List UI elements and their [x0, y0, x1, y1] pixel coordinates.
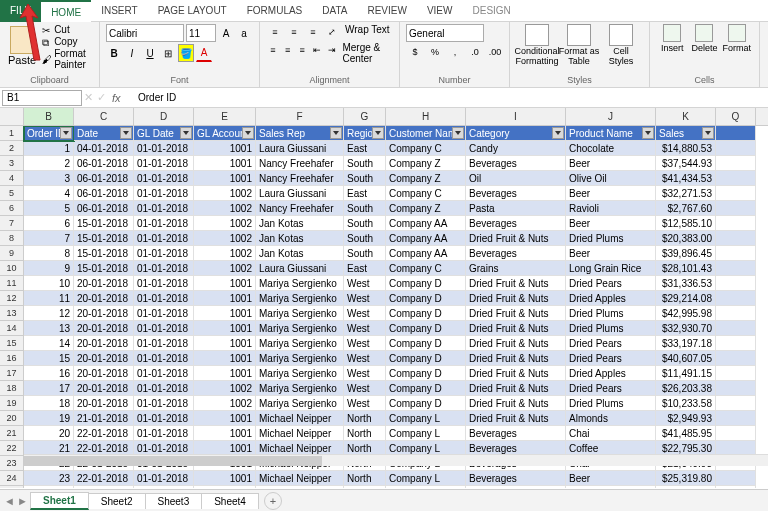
data-cell[interactable]: Dried Fruit & Nuts [466, 366, 566, 381]
tab-home[interactable]: HOME [41, 0, 91, 22]
data-cell[interactable]: $39,896.45 [656, 246, 716, 261]
data-cell[interactable]: Beverages [466, 426, 566, 441]
data-cell[interactable]: Company D [386, 291, 466, 306]
header-cell[interactable]: Sales [656, 126, 716, 141]
data-cell[interactable]: Dried Fruit & Nuts [466, 381, 566, 396]
data-cell[interactable]: 1001 [194, 156, 256, 171]
align-middle-button[interactable]: ≡ [285, 24, 303, 40]
paste-button[interactable]: Paste [6, 24, 38, 68]
header-cell[interactable]: GL Account [194, 126, 256, 141]
data-cell[interactable]: South [344, 231, 386, 246]
empty-cell[interactable] [716, 216, 756, 231]
col-header-J[interactable]: J [566, 108, 656, 125]
data-cell[interactable]: 01-01-2018 [134, 156, 194, 171]
data-cell[interactable]: 01-01-2018 [134, 336, 194, 351]
col-header-B[interactable]: B [24, 108, 74, 125]
filter-icon[interactable] [242, 127, 254, 139]
tab-review[interactable]: REVIEW [357, 0, 416, 22]
enter-formula-icon[interactable]: ✓ [97, 91, 106, 104]
data-cell[interactable]: $37,544.93 [656, 156, 716, 171]
data-cell[interactable]: 1001 [194, 141, 256, 156]
number-format-select[interactable] [406, 24, 484, 42]
data-cell[interactable]: 1 [24, 141, 74, 156]
data-cell[interactable]: Ravioli [566, 201, 656, 216]
name-box[interactable] [2, 90, 82, 106]
data-cell[interactable]: 01-01-2018 [134, 396, 194, 411]
tab-insert[interactable]: INSERT [91, 0, 148, 22]
col-header-K[interactable]: K [656, 108, 716, 125]
data-cell[interactable]: 1001 [194, 486, 256, 488]
data-cell[interactable]: 15-01-2018 [74, 246, 134, 261]
data-cell[interactable]: Company D [386, 336, 466, 351]
data-cell[interactable]: Mariya Sergienko [256, 336, 344, 351]
filter-icon[interactable] [120, 127, 132, 139]
data-cell[interactable]: 1001 [194, 411, 256, 426]
data-cell[interactable]: 01-01-2018 [134, 246, 194, 261]
font-size-select[interactable] [186, 24, 216, 42]
row-header[interactable]: 22 [0, 441, 24, 456]
empty-cell[interactable] [716, 426, 756, 441]
empty-cell[interactable] [716, 276, 756, 291]
data-cell[interactable]: 1002 [194, 186, 256, 201]
data-cell[interactable]: Laura Giussani [256, 186, 344, 201]
header-cell[interactable]: Sales Rep [256, 126, 344, 141]
data-cell[interactable]: West [344, 366, 386, 381]
select-all-corner[interactable] [0, 108, 24, 125]
col-header-E[interactable]: E [194, 108, 256, 125]
data-cell[interactable]: Mariya Sergienko [256, 306, 344, 321]
row-header[interactable]: 24 [0, 471, 24, 486]
data-cell[interactable]: Beer [566, 471, 656, 486]
data-cell[interactable]: 04-01-2018 [74, 141, 134, 156]
data-cell[interactable]: 01-01-2018 [134, 201, 194, 216]
borders-button[interactable]: ⊞ [160, 44, 176, 62]
data-cell[interactable]: Mariya Sergienko [256, 366, 344, 381]
data-cell[interactable]: Beer [566, 216, 656, 231]
data-cell[interactable]: 01-01-2018 [134, 186, 194, 201]
empty-cell[interactable] [716, 381, 756, 396]
grid-body[interactable]: 1Order IDDateGL DateGL AccountSales RepR… [0, 126, 768, 488]
sheet-tab-4[interactable]: Sheet4 [201, 493, 259, 509]
data-cell[interactable]: Mariya Sergienko [256, 291, 344, 306]
data-cell[interactable]: Laura Giussani [256, 261, 344, 276]
align-top-button[interactable]: ≡ [266, 24, 284, 40]
data-cell[interactable]: Chai [566, 426, 656, 441]
fx-button[interactable]: fx [112, 92, 130, 104]
sheet-tab-1[interactable]: Sheet1 [30, 492, 89, 510]
row-header[interactable]: 18 [0, 381, 24, 396]
data-cell[interactable]: Company L [386, 471, 466, 486]
data-cell[interactable]: Company C [386, 141, 466, 156]
data-cell[interactable]: Michael Neipper [256, 426, 344, 441]
data-cell[interactable]: $2,949.93 [656, 411, 716, 426]
empty-cell[interactable] [716, 351, 756, 366]
data-cell[interactable]: 01-01-2018 [134, 291, 194, 306]
percent-button[interactable]: % [426, 44, 444, 60]
data-cell[interactable]: Dried Fruit & Nuts [466, 321, 566, 336]
empty-cell[interactable] [716, 291, 756, 306]
sheet-next-icon[interactable]: ► [17, 495, 28, 507]
format-button[interactable]: Format [721, 24, 753, 53]
filter-icon[interactable] [642, 127, 654, 139]
data-cell[interactable]: Dried Pears [566, 276, 656, 291]
tab-formulas[interactable]: FORMULAS [237, 0, 313, 22]
header-cell[interactable]: Customer Name [386, 126, 466, 141]
col-header-I[interactable]: I [466, 108, 566, 125]
data-cell[interactable]: Company L [386, 486, 466, 488]
data-cell[interactable]: Beverages [466, 156, 566, 171]
data-cell[interactable]: 12 [24, 306, 74, 321]
data-cell[interactable]: Jan Kotas [256, 246, 344, 261]
row-header[interactable]: 3 [0, 156, 24, 171]
row-header[interactable]: 13 [0, 306, 24, 321]
data-cell[interactable]: Company AA [386, 246, 466, 261]
data-cell[interactable]: Beverages [466, 486, 566, 488]
filter-icon[interactable] [552, 127, 564, 139]
empty-cell[interactable] [716, 486, 756, 488]
data-cell[interactable]: 1001 [194, 321, 256, 336]
sheet-tab-2[interactable]: Sheet2 [88, 493, 146, 509]
row-header[interactable]: 16 [0, 351, 24, 366]
data-cell[interactable]: 01-01-2018 [134, 426, 194, 441]
data-cell[interactable]: West [344, 306, 386, 321]
merge-center-button[interactable]: Merge & Center [342, 42, 394, 64]
row-header[interactable]: 15 [0, 336, 24, 351]
row-header[interactable]: 17 [0, 366, 24, 381]
row-header[interactable]: 4 [0, 171, 24, 186]
